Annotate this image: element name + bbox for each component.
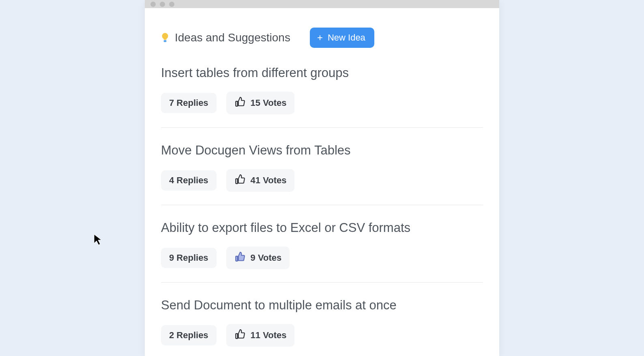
thumbs-up-icon <box>234 329 245 342</box>
replies-count: 4 Replies <box>169 175 208 186</box>
new-idea-label: New Idea <box>328 32 365 43</box>
idea-meta: 2 Replies 11 Votes <box>161 324 483 347</box>
idea-title[interactable]: Move Docugen Views from Tables <box>161 143 483 158</box>
votes-count: 9 Votes <box>251 253 282 263</box>
replies-count: 9 Replies <box>169 253 208 263</box>
idea-title[interactable]: Insert tables from different groups <box>161 66 483 80</box>
idea-item: Move Docugen Views from Tables 4 Replies… <box>161 143 483 205</box>
plus-icon: + <box>317 33 323 43</box>
minimize-window-button[interactable] <box>160 2 165 7</box>
svg-rect-2 <box>164 40 167 42</box>
replies-pill[interactable]: 9 Replies <box>161 248 217 268</box>
replies-pill[interactable]: 2 Replies <box>161 325 217 345</box>
replies-pill[interactable]: 4 Replies <box>161 170 217 191</box>
idea-item: Insert tables from different groups 7 Re… <box>161 66 483 128</box>
replies-count: 7 Replies <box>169 98 208 108</box>
idea-meta: 4 Replies 41 Votes <box>161 169 483 192</box>
main-content: Ideas and Suggestions + New Idea Insert … <box>145 8 499 356</box>
idea-item: Send Document to multiple emails at once… <box>161 298 483 356</box>
cursor-icon <box>93 234 104 247</box>
ideas-list: Insert tables from different groups 7 Re… <box>161 66 483 356</box>
thumbs-up-icon <box>234 251 245 264</box>
votes-pill[interactable]: 41 Votes <box>226 169 295 192</box>
idea-title[interactable]: Send Document to multiple emails at once <box>161 298 483 313</box>
votes-count: 41 Votes <box>251 175 287 186</box>
votes-count: 15 Votes <box>251 98 287 108</box>
lightbulb-icon <box>161 32 169 43</box>
svg-rect-1 <box>164 39 167 40</box>
thumbs-up-icon <box>234 174 245 187</box>
votes-pill[interactable]: 9 Votes <box>226 247 290 269</box>
title-block: Ideas and Suggestions <box>161 31 290 44</box>
page-title: Ideas and Suggestions <box>175 31 290 44</box>
replies-pill[interactable]: 7 Replies <box>161 93 217 113</box>
app-window: Ideas and Suggestions + New Idea Insert … <box>145 0 499 356</box>
page-header: Ideas and Suggestions + New Idea <box>161 28 483 48</box>
idea-item: Ability to export files to Excel or CSV … <box>161 221 483 283</box>
idea-title[interactable]: Ability to export files to Excel or CSV … <box>161 221 483 235</box>
window-titlebar <box>145 0 499 8</box>
maximize-window-button[interactable] <box>169 2 174 7</box>
votes-count: 11 Votes <box>251 330 287 341</box>
replies-count: 2 Replies <box>169 330 208 341</box>
votes-pill[interactable]: 15 Votes <box>226 92 295 114</box>
close-window-button[interactable] <box>150 2 156 7</box>
idea-meta: 9 Replies 9 Votes <box>161 247 483 269</box>
idea-meta: 7 Replies 15 Votes <box>161 92 483 114</box>
votes-pill[interactable]: 11 Votes <box>226 324 295 347</box>
thumbs-up-icon <box>234 97 245 109</box>
svg-point-0 <box>162 33 168 39</box>
new-idea-button[interactable]: + New Idea <box>310 28 374 48</box>
